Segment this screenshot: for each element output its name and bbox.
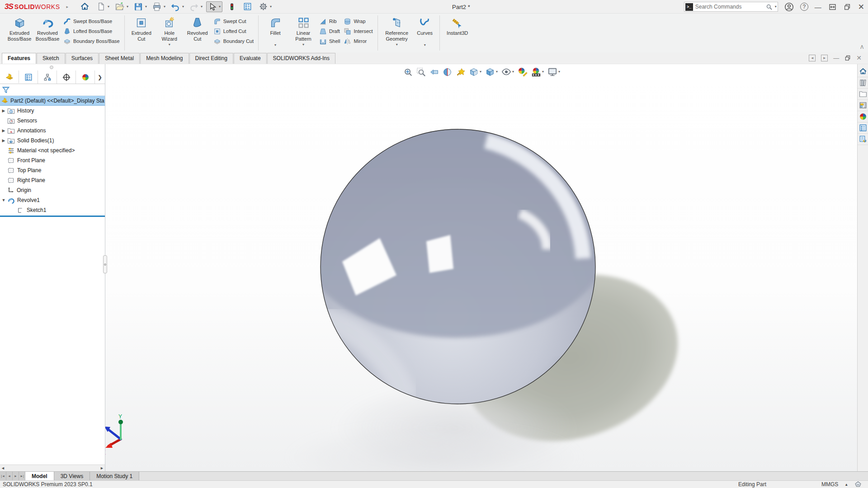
displaymanager-tab[interactable] xyxy=(76,70,95,84)
tree-root-part2[interactable]: Part2 (Default) <<Default>_Display Sta xyxy=(0,96,105,106)
panel-drag-handle[interactable] xyxy=(50,66,53,69)
dynamic-annotation-views-button[interactable] xyxy=(455,66,466,78)
extruded-cut-button[interactable]: ExtrudedCut xyxy=(127,15,156,42)
tab-direct-editing[interactable]: Direct Editing xyxy=(189,53,233,64)
undo-caret[interactable]: ▾ xyxy=(182,5,184,9)
child-minimize-icon[interactable]: — xyxy=(833,55,839,61)
view-orientation-caret[interactable]: ▾ xyxy=(480,70,481,74)
hide-show-items-button[interactable]: ▾ xyxy=(500,66,515,78)
login-account-icon[interactable] xyxy=(784,2,794,12)
linear-pattern-button[interactable]: LinearPattern ▾ xyxy=(289,15,317,47)
view-palette-button[interactable] xyxy=(858,100,868,111)
fillet-button[interactable]: Fillet ▾ xyxy=(261,15,289,47)
redo-caret[interactable]: ▾ xyxy=(201,5,203,9)
panel-tabs-expand-chevron[interactable]: ❯ xyxy=(95,70,105,84)
previous-view-button[interactable] xyxy=(429,66,440,78)
print-button[interactable] xyxy=(151,1,163,12)
select-tool-button[interactable]: ▾ xyxy=(206,1,222,12)
shell-button[interactable]: Shell xyxy=(319,37,340,45)
file-explorer-button[interactable] xyxy=(858,89,868,100)
reference-geometry-button[interactable]: ReferenceGeometry ▾ xyxy=(381,15,413,47)
configurationmanager-tab[interactable] xyxy=(38,70,57,84)
expand-arrow-icon[interactable]: ▶ xyxy=(0,138,7,143)
view-orientation-button[interactable]: ▾ xyxy=(468,66,482,78)
view-settings-caret[interactable]: ▾ xyxy=(558,70,560,74)
mirror-button[interactable]: Mirror xyxy=(344,37,373,45)
window-span-displays-button[interactable] xyxy=(829,3,836,11)
next-window-icon[interactable]: ► xyxy=(821,55,828,61)
ribbon-collapse-chevron[interactable]: ᐱ xyxy=(860,45,863,50)
curves-caret[interactable]: ▾ xyxy=(424,43,426,47)
propertymanager-tab[interactable] xyxy=(19,70,38,84)
sphere-model-render[interactable]: X Z Y xyxy=(0,64,868,471)
boundary-cut-button[interactable]: Boundary Cut xyxy=(213,37,254,45)
collapse-arrow-icon[interactable]: ▼ xyxy=(0,198,7,202)
linear-pattern-caret[interactable]: ▾ xyxy=(302,43,304,47)
new-document-button[interactable] xyxy=(95,1,107,12)
search-caret[interactable]: ▾ xyxy=(775,5,777,9)
new-document-caret[interactable]: ▾ xyxy=(108,5,109,9)
scroll-right-icon[interactable]: ► xyxy=(100,466,104,470)
dimxpertmanager-tab[interactable] xyxy=(57,70,76,84)
rebuild-button[interactable] xyxy=(226,1,238,12)
zoom-to-area-button[interactable] xyxy=(415,66,427,78)
save-caret[interactable]: ▾ xyxy=(145,5,147,9)
solidworks-resources-button[interactable] xyxy=(858,134,868,145)
featuremanager-tree-tab[interactable] xyxy=(0,70,19,84)
redo-button[interactable] xyxy=(188,1,200,12)
boundary-boss-base-button[interactable]: Boundary Boss/Base xyxy=(63,37,120,45)
tab-sheet-metal[interactable]: Sheet Metal xyxy=(99,53,140,64)
tree-item-history[interactable]: ▶History xyxy=(0,106,105,116)
tab-evaluate[interactable]: Evaluate xyxy=(234,53,267,64)
window-close-button[interactable]: ✕ xyxy=(858,2,864,12)
open-button[interactable] xyxy=(113,1,126,12)
search-icon[interactable] xyxy=(766,4,773,10)
tree-item-origin[interactable]: Origin xyxy=(0,185,105,195)
status-tag-icon[interactable] xyxy=(854,481,862,488)
child-restore-icon[interactable] xyxy=(844,55,851,61)
tree-item-sensors[interactable]: Sensors xyxy=(0,116,105,126)
expand-arrow-icon[interactable]: ▶ xyxy=(0,128,7,133)
rollback-bar[interactable] xyxy=(0,216,105,217)
menu-flyout-arrow-icon[interactable]: ▸ xyxy=(66,5,68,9)
tab-sketch[interactable]: Sketch xyxy=(37,53,65,64)
fillet-caret[interactable]: ▾ xyxy=(274,43,276,47)
zoom-to-fit-button[interactable] xyxy=(402,66,414,78)
viewport[interactable]: X Z Y ▾ ▾ ▾ ▾ ▾ xyxy=(0,64,868,471)
apply-scene-caret[interactable]: ▾ xyxy=(542,70,544,74)
search-commands-box[interactable]: >_ ▾ xyxy=(684,2,778,12)
home-button[interactable] xyxy=(78,1,91,12)
tab-surfaces[interactable]: Surfaces xyxy=(66,53,99,64)
tab-model[interactable]: Model xyxy=(25,472,54,480)
tree-item-solid-bodies[interactable]: ▶Solid Bodies(1) xyxy=(0,136,105,145)
tab-mesh-modeling[interactable]: Mesh Modeling xyxy=(140,53,189,64)
open-caret[interactable]: ▾ xyxy=(127,5,128,9)
select-tool-caret[interactable]: ▾ xyxy=(219,5,221,9)
tab-motion-study-1[interactable]: Motion Study 1 xyxy=(90,472,139,480)
reference-geometry-caret[interactable]: ▾ xyxy=(396,43,398,47)
revolved-boss-base-button[interactable]: RevolvedBoss/Base xyxy=(33,15,61,42)
next-tab-icon[interactable]: ► xyxy=(13,472,19,480)
apply-scene-button[interactable]: ▾ xyxy=(530,66,545,78)
custom-properties-button[interactable] xyxy=(858,122,868,134)
wrap-button[interactable]: Wrap xyxy=(344,17,373,25)
lofted-boss-base-button[interactable]: Lofted Boss/Base xyxy=(63,27,120,35)
task-pane-home-button[interactable] xyxy=(858,66,868,77)
section-view-button[interactable] xyxy=(442,66,453,78)
lofted-cut-button[interactable]: Lofted Cut xyxy=(213,27,254,35)
hole-wizard-caret[interactable]: ▾ xyxy=(169,43,170,47)
panel-splitter-grip[interactable] xyxy=(103,255,107,273)
tree-item-sketch1[interactable]: Sketch1 xyxy=(0,205,105,215)
display-style-button[interactable]: ▾ xyxy=(484,66,499,78)
options-button[interactable] xyxy=(257,1,269,12)
expand-arrow-icon[interactable]: ▶ xyxy=(0,108,7,113)
hide-show-items-caret[interactable]: ▾ xyxy=(512,70,514,74)
instant3d-button[interactable]: Instant3D xyxy=(443,15,472,36)
undo-button[interactable] xyxy=(169,1,182,12)
tree-item-annotations[interactable]: ▶Annotations xyxy=(0,126,105,136)
swept-cut-button[interactable]: Swept Cut xyxy=(213,17,254,25)
display-style-caret[interactable]: ▾ xyxy=(496,70,498,74)
tab-solidworks-add-ins[interactable]: SOLIDWORKS Add-Ins xyxy=(267,53,335,64)
intersect-button[interactable]: Intersect xyxy=(344,27,373,35)
appearances-scenes-button[interactable] xyxy=(858,111,868,122)
